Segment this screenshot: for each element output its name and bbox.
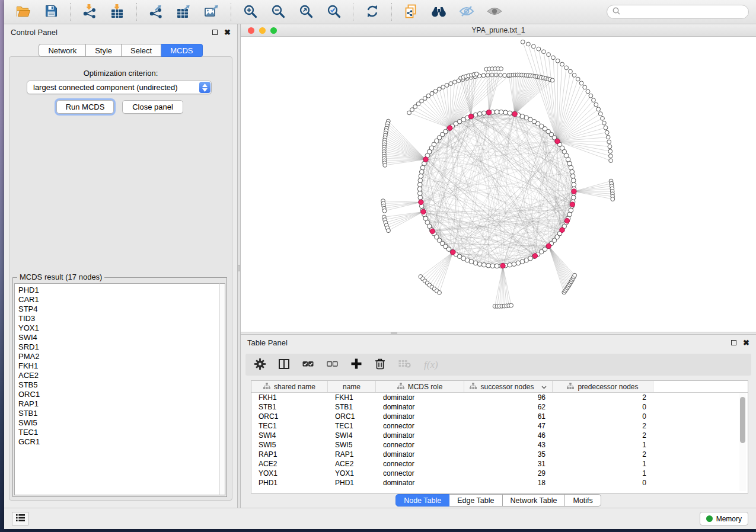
cell-successor-nodes[interactable]: 18 bbox=[464, 479, 553, 487]
cell-successor-nodes[interactable]: 43 bbox=[464, 441, 553, 449]
control-panel-tab[interactable]: Style bbox=[86, 44, 122, 57]
cell-successor-nodes[interactable]: 35 bbox=[464, 450, 553, 459]
memory-button[interactable]: Memory bbox=[700, 512, 748, 525]
cell-predecessor-nodes[interactable]: 2 bbox=[553, 393, 653, 402]
cell-mcds-role[interactable]: connector bbox=[376, 460, 464, 468]
run-mcds-button[interactable]: Run MCDS bbox=[56, 100, 114, 114]
cell-predecessor-nodes[interactable]: 0 bbox=[553, 412, 653, 421]
mcds-result-item[interactable]: ORC1 bbox=[18, 390, 225, 399]
mcds-result-item[interactable]: SWI5 bbox=[18, 418, 225, 428]
cell-predecessor-nodes[interactable]: 0 bbox=[553, 403, 653, 411]
cell-name[interactable]: SWI5 bbox=[328, 441, 376, 449]
task-history-button[interactable] bbox=[12, 512, 28, 525]
refresh-layout-button[interactable] bbox=[361, 2, 384, 21]
cell-successor-nodes[interactable]: 46 bbox=[464, 431, 553, 440]
cell-predecessor-nodes[interactable]: 0 bbox=[553, 479, 653, 487]
table-row[interactable]: FKH1 FKH1 dominator 96 2 bbox=[251, 393, 748, 402]
network-window-titlebar[interactable]: YPA_prune.txt_1 bbox=[241, 24, 756, 37]
cell-shared-name[interactable]: SWI4 bbox=[251, 431, 328, 440]
cell-successor-nodes[interactable]: 62 bbox=[464, 403, 553, 411]
zoom-window-button[interactable] bbox=[270, 27, 277, 34]
add-column-button[interactable] bbox=[351, 358, 362, 372]
table-row[interactable]: ORC1 ORC1 dominator 61 0 bbox=[251, 412, 748, 421]
table-row[interactable]: SWI4 SWI4 dominator 46 2 bbox=[251, 431, 748, 440]
mcds-result-item[interactable]: PHD1 bbox=[18, 286, 225, 295]
export-table-button[interactable] bbox=[172, 2, 196, 21]
cell-shared-name[interactable]: YOX1 bbox=[251, 469, 328, 477]
mcds-result-item[interactable]: GCR1 bbox=[18, 437, 225, 447]
splitter-grip[interactable] bbox=[238, 265, 240, 271]
mcds-result-item[interactable]: CAR1 bbox=[18, 295, 225, 305]
cell-name[interactable]: SWI4 bbox=[328, 431, 376, 440]
cell-mcds-role[interactable]: dominator bbox=[376, 403, 464, 411]
table-panel-tab[interactable]: Motifs bbox=[565, 494, 601, 507]
zoom-in-button[interactable] bbox=[238, 2, 262, 21]
cell-shared-name[interactable]: ACE2 bbox=[251, 460, 328, 468]
table-row[interactable]: RAP1 RAP1 dominator 35 2 bbox=[251, 450, 748, 459]
open-file-button[interactable] bbox=[11, 2, 35, 21]
duplicate-network-button[interactable] bbox=[399, 2, 423, 21]
network-canvas[interactable] bbox=[241, 37, 756, 332]
optimization-criterion-select[interactable]: largest connected component (undirected) bbox=[27, 81, 212, 94]
zoom-selected-button[interactable] bbox=[322, 2, 346, 21]
mcds-result-item[interactable]: TEC1 bbox=[18, 428, 225, 437]
cell-predecessor-nodes[interactable]: 1 bbox=[553, 460, 653, 468]
cell-predecessor-nodes[interactable]: 1 bbox=[553, 441, 653, 449]
cell-shared-name[interactable]: SWI5 bbox=[251, 441, 328, 449]
delete-column-button[interactable] bbox=[375, 358, 385, 372]
export-image-button[interactable] bbox=[200, 2, 224, 21]
cell-mcds-role[interactable]: dominator bbox=[376, 479, 464, 487]
cell-shared-name[interactable]: ORC1 bbox=[251, 412, 328, 421]
scrollbar-thumb[interactable] bbox=[740, 397, 745, 443]
search-input[interactable] bbox=[624, 8, 743, 16]
control-panel-tab[interactable]: Network bbox=[39, 44, 86, 57]
cell-name[interactable]: RAP1 bbox=[328, 450, 376, 459]
import-table-button[interactable] bbox=[106, 2, 129, 21]
mcds-result-item[interactable]: ACE2 bbox=[18, 371, 225, 380]
column-header-successor-nodes[interactable]: successor nodes bbox=[464, 381, 553, 392]
control-panel-tab[interactable]: MCDS bbox=[161, 44, 202, 57]
cell-mcds-role[interactable]: connector bbox=[376, 469, 464, 477]
float-panel-icon[interactable] bbox=[212, 30, 218, 35]
mcds-result-item[interactable]: SRD1 bbox=[18, 342, 225, 352]
cell-shared-name[interactable]: RAP1 bbox=[251, 450, 328, 459]
zoom-fit-button[interactable] bbox=[294, 2, 318, 21]
mcds-result-item[interactable]: STB5 bbox=[18, 380, 225, 390]
cell-name[interactable]: TEC1 bbox=[328, 422, 376, 430]
mcds-result-item[interactable]: STB1 bbox=[18, 409, 225, 418]
column-header-name[interactable]: name bbox=[328, 381, 376, 392]
cell-shared-name[interactable]: TEC1 bbox=[251, 422, 328, 430]
cell-shared-name[interactable]: STB1 bbox=[251, 403, 328, 411]
table-row[interactable]: YOX1 YOX1 connector 29 1 bbox=[251, 469, 748, 478]
cell-successor-nodes[interactable]: 29 bbox=[464, 469, 553, 477]
delete-table-button[interactable] bbox=[398, 358, 411, 372]
cell-name[interactable]: YOX1 bbox=[328, 469, 376, 477]
table-row[interactable]: STB1 STB1 dominator 62 0 bbox=[251, 402, 748, 412]
cell-name[interactable]: STB1 bbox=[328, 403, 376, 411]
export-network-button[interactable] bbox=[144, 2, 168, 21]
cell-name[interactable]: ORC1 bbox=[328, 412, 376, 421]
mcds-result-list[interactable]: PHD1CAR1STP4TID3YOX1SWI4SRD1PMA2FKH1ACE2… bbox=[14, 283, 225, 495]
mcds-result-item[interactable]: YOX1 bbox=[18, 323, 225, 333]
zoom-out-button[interactable] bbox=[266, 2, 290, 21]
table-row[interactable]: PHD1 PHD1 dominator 18 0 bbox=[251, 478, 748, 488]
mcds-result-item[interactable]: RAP1 bbox=[18, 399, 225, 409]
cell-successor-nodes[interactable]: 47 bbox=[464, 422, 553, 430]
select-all-button[interactable] bbox=[302, 358, 314, 372]
column-menu-chevron-icon[interactable] bbox=[541, 383, 547, 391]
cell-successor-nodes[interactable]: 61 bbox=[464, 412, 553, 421]
import-network-button[interactable] bbox=[78, 2, 101, 21]
mcds-result-item[interactable]: SWI4 bbox=[18, 333, 225, 342]
column-header-mcds-role[interactable]: MCDS role bbox=[376, 381, 464, 392]
table-row[interactable]: TEC1 TEC1 connector 47 2 bbox=[251, 421, 748, 431]
show-eye-button[interactable] bbox=[483, 2, 506, 21]
table-row[interactable]: ACE2 ACE2 connector 31 1 bbox=[251, 459, 748, 469]
toggle-columns-button[interactable] bbox=[279, 358, 289, 372]
mcds-result-item[interactable]: STP4 bbox=[18, 305, 225, 314]
column-header-predecessor-nodes[interactable]: predecessor nodes bbox=[553, 381, 653, 392]
cell-mcds-role[interactable]: dominator bbox=[376, 450, 464, 459]
table-panel-tab[interactable]: Edge Table bbox=[449, 494, 502, 507]
cell-successor-nodes[interactable]: 31 bbox=[464, 460, 553, 468]
cell-shared-name[interactable]: FKH1 bbox=[251, 393, 328, 402]
cell-shared-name[interactable]: PHD1 bbox=[251, 479, 328, 487]
